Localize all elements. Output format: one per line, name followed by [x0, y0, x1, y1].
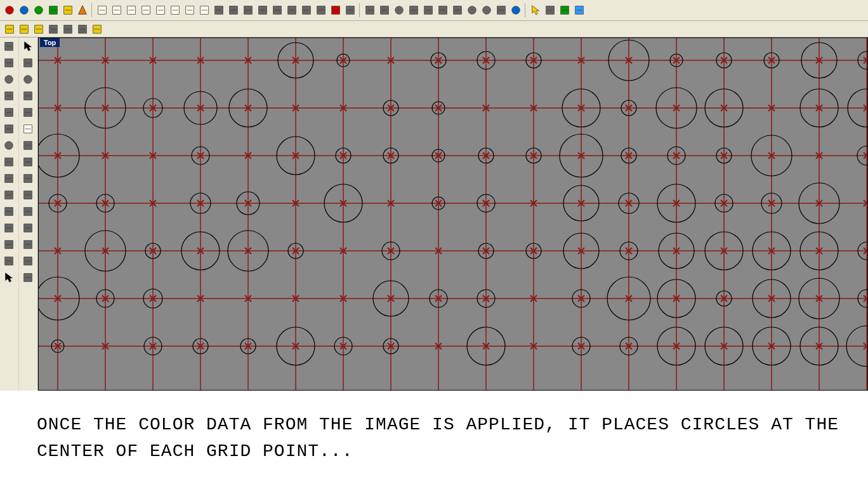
circle-icon[interactable]: [1, 72, 16, 87]
cplane-icon[interactable]: [1, 187, 16, 203]
circle2-icon[interactable]: [20, 72, 36, 87]
cursor-yellow-icon[interactable]: [529, 3, 542, 17]
new-icon[interactable]: [95, 3, 109, 17]
paste-icon[interactable]: [197, 3, 211, 17]
caption-text: ONCE THE COLOR DATA FROM THE IMAGE IS AP…: [37, 412, 855, 465]
o-yellow-icon[interactable]: [17, 22, 31, 36]
toolbar-secondary: [0, 21, 868, 37]
lightbulb-icon[interactable]: [421, 3, 435, 17]
box-icon[interactable]: [1, 105, 16, 120]
calc-icon[interactable]: [378, 3, 391, 17]
snowflake-icon[interactable]: [61, 22, 75, 36]
sphere-blue-icon[interactable]: [17, 3, 31, 17]
doc-props-icon[interactable]: [154, 3, 168, 17]
frame2-icon[interactable]: [20, 88, 36, 104]
solid-icon[interactable]: [1, 121, 16, 137]
svg-point-94: [5, 142, 13, 150]
arrows-icon[interactable]: [1, 270, 16, 285]
save-icon[interactable]: [124, 3, 138, 17]
gear-green-icon[interactable]: [558, 3, 572, 17]
redo-icon[interactable]: [329, 3, 343, 17]
check-yellow-icon[interactable]: [90, 22, 104, 36]
copy2-icon[interactable]: [20, 121, 36, 137]
help-icon[interactable]: [572, 3, 586, 17]
zoom-prev-icon[interactable]: [314, 3, 328, 17]
separator: [91, 3, 93, 17]
car-icon[interactable]: [363, 3, 377, 17]
copy-icon[interactable]: [183, 3, 197, 17]
toolbar-main: [0, 0, 868, 21]
sphere-red-icon[interactable]: [3, 3, 16, 17]
svg-point-58: [483, 6, 491, 15]
cube-icon[interactable]: [46, 22, 60, 36]
zoom-selected-icon[interactable]: [285, 3, 299, 17]
curve2-icon[interactable]: [20, 220, 36, 236]
svg-point-57: [468, 6, 477, 15]
zoom-extents-icon[interactable]: [270, 3, 284, 17]
print-icon[interactable]: [139, 3, 153, 17]
svg-point-0: [6, 6, 14, 15]
rotate-icon[interactable]: [20, 138, 36, 153]
mirror-icon[interactable]: [20, 204, 36, 219]
polyline-icon[interactable]: [1, 237, 16, 252]
ellipsoid-icon[interactable]: [1, 138, 16, 153]
open-icon[interactable]: [110, 3, 124, 17]
pan-icon[interactable]: [227, 3, 240, 17]
svg-point-2: [35, 6, 43, 15]
move-icon[interactable]: [20, 105, 36, 120]
viewport-label[interactable]: Top: [40, 38, 60, 47]
shield-icon[interactable]: [450, 3, 464, 17]
f-yellow-icon[interactable]: [32, 22, 46, 36]
zoom-dynamic-icon[interactable]: [299, 3, 313, 17]
sphere-green-icon[interactable]: [32, 3, 46, 17]
point-icon[interactable]: [1, 39, 16, 54]
svg-point-113: [24, 76, 32, 84]
svg-point-87: [5, 76, 13, 84]
svg-marker-110: [25, 42, 32, 51]
gear2-icon[interactable]: [20, 171, 36, 186]
arc2-icon[interactable]: [20, 55, 36, 70]
grid-snap-icon[interactable]: [494, 3, 508, 17]
block-icon[interactable]: [20, 270, 36, 285]
globe-icon[interactable]: [480, 3, 494, 17]
arrow-icon[interactable]: [20, 39, 36, 54]
group-icon[interactable]: [20, 253, 36, 269]
color-wheel-icon[interactable]: [465, 3, 479, 17]
zoom-icon[interactable]: [241, 3, 255, 17]
diamond-icon[interactable]: [76, 22, 89, 36]
m-yellow-icon[interactable]: [3, 22, 16, 36]
text-icon[interactable]: [20, 237, 36, 252]
dims-icon[interactable]: [1, 253, 16, 269]
gears-icon[interactable]: [543, 3, 557, 17]
dots-icon[interactable]: [1, 204, 16, 219]
zoom-window-icon[interactable]: [256, 3, 270, 17]
cone-orange-icon[interactable]: [76, 3, 89, 17]
sphere-blue2-icon[interactable]: [509, 3, 523, 17]
arc-icon[interactable]: [1, 220, 16, 236]
target-icon[interactable]: [392, 3, 406, 17]
frame-yellow-icon[interactable]: [61, 3, 75, 17]
separator: [525, 3, 527, 17]
scale-icon[interactable]: [20, 187, 36, 203]
svg-marker-109: [6, 273, 13, 282]
svg-point-61: [512, 6, 520, 15]
svg-point-48: [395, 6, 404, 15]
view-grid-icon[interactable]: [343, 3, 357, 17]
svg-point-1: [20, 6, 29, 15]
curve-icon[interactable]: [1, 55, 16, 70]
cut-icon[interactable]: [168, 3, 182, 17]
lock-icon[interactable]: [436, 3, 450, 17]
explode-icon[interactable]: [1, 171, 16, 186]
viewport-top[interactable]: Top: [38, 37, 868, 391]
rect-icon[interactable]: [1, 88, 16, 104]
svg-marker-7: [79, 6, 87, 14]
undo-icon[interactable]: [212, 3, 226, 17]
surface-icon[interactable]: [1, 154, 16, 170]
side-toolbars: [0, 37, 38, 391]
layers-icon[interactable]: [407, 3, 421, 17]
cylinder-icon[interactable]: [20, 154, 36, 170]
svg-marker-62: [532, 6, 539, 15]
viewport-canvas: [39, 38, 867, 390]
box-green-icon[interactable]: [46, 3, 60, 17]
separator: [359, 3, 361, 17]
